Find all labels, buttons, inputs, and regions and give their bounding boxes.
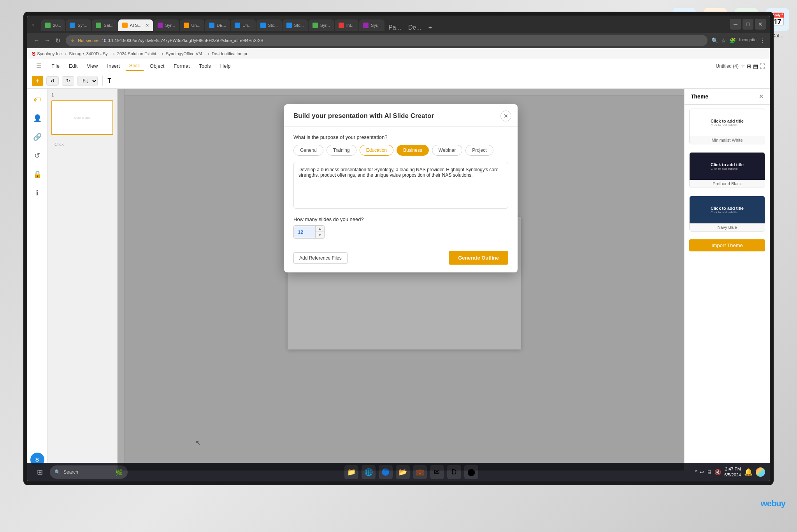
more-tabs-btn[interactable]: De...: [405, 24, 425, 31]
view-icon-2[interactable]: ▤: [753, 63, 758, 69]
sidebar-lock-icon[interactable]: 🔒: [30, 167, 44, 181]
restore-btn[interactable]: □: [743, 19, 753, 30]
theme-white-name: Minimalist White: [690, 136, 765, 144]
tab-label-1: Syr...: [77, 23, 87, 28]
tray-notification[interactable]: 🔔: [744, 468, 753, 476]
menu-object[interactable]: Object: [146, 61, 169, 70]
windows-start-btn[interactable]: ⊞: [32, 464, 47, 480]
breadcrumb-synology[interactable]: S Synology Inc.: [32, 51, 63, 57]
theme-option-black[interactable]: Click to add title Click to add subtitle…: [689, 152, 765, 188]
breadcrumb-storage[interactable]: Storage_3400D - Sy...: [69, 51, 111, 56]
undo-btn[interactable]: ↺: [46, 76, 59, 86]
sidebar-tag-icon[interactable]: 🏷: [30, 93, 44, 107]
sidebar-user-icon[interactable]: 👤: [30, 111, 44, 125]
breadcrumb-solution[interactable]: 2024 Solution Exhibi...: [117, 51, 160, 56]
menu-edit[interactable]: Edit: [65, 61, 81, 70]
tab-3-active[interactable]: AI S... ✕: [118, 19, 153, 31]
minimize-btn[interactable]: ─: [730, 19, 741, 30]
incognito-label: Incognito: [739, 37, 757, 44]
spinner-down-btn[interactable]: ▼: [316, 232, 324, 238]
tray-back[interactable]: ↩: [700, 469, 704, 475]
tab-label-5: Un...: [191, 23, 200, 28]
tab-11[interactable]: Int...: [335, 19, 358, 31]
screen: ⌄ 20... Syr... Sal...: [27, 16, 770, 481]
tab-business[interactable]: Business: [397, 145, 429, 156]
tab-education[interactable]: Education: [360, 145, 393, 156]
taskbar-search[interactable]: 🔍 Search 🌿: [50, 465, 128, 479]
theme-option-navy[interactable]: Click to add title Click to add subtitle…: [689, 196, 765, 232]
tray-chevron[interactable]: ^: [695, 469, 698, 475]
tab-general[interactable]: General: [293, 145, 323, 156]
sidebar-info-icon[interactable]: ℹ: [30, 186, 44, 200]
import-theme-btn[interactable]: Import Theme: [689, 239, 765, 251]
view-icon-3[interactable]: ⛶: [760, 63, 765, 69]
slide-footer-label: Click: [51, 139, 113, 150]
bookmark-icon[interactable]: ☆: [721, 37, 726, 44]
tab-7[interactable]: Un...: [231, 19, 255, 31]
zoom-icon: 🔍: [711, 37, 718, 44]
tab-label-8: Stc...: [268, 23, 278, 28]
tab-webinar[interactable]: Webinar: [432, 145, 462, 156]
tab-training[interactable]: Training: [327, 145, 356, 156]
new-tab-btn[interactable]: Pa...: [385, 24, 404, 31]
menu-slide[interactable]: Slide: [125, 61, 144, 71]
star-icon[interactable]: ☆: [741, 63, 745, 69]
slide-thumbnail-1[interactable]: Click to add: [51, 100, 113, 135]
theme-black-title: Click to add title: [711, 162, 744, 167]
sidebar-link-icon[interactable]: 🔗: [30, 130, 44, 144]
menu-help[interactable]: Help: [216, 61, 235, 70]
breadcrumb-vm[interactable]: SynologyOffice VM...: [166, 51, 206, 56]
extension-icon[interactable]: 🧩: [729, 37, 736, 44]
close-btn[interactable]: ✕: [755, 19, 766, 30]
tab-8[interactable]: Stc...: [256, 19, 282, 31]
menu-insert[interactable]: Insert: [103, 61, 124, 70]
dialog-close-btn[interactable]: ✕: [500, 111, 511, 121]
tab-5[interactable]: Un...: [180, 19, 204, 31]
add-btn[interactable]: +: [32, 76, 43, 86]
theme-panel-close[interactable]: ✕: [759, 93, 764, 100]
tab-label-9: Stc...: [294, 23, 304, 28]
toolbar-divider: [102, 76, 103, 86]
tab-2[interactable]: Sal...: [92, 19, 117, 31]
tab-6[interactable]: DE...: [205, 19, 230, 31]
slides-spinner[interactable]: 12 ▲ ▼: [293, 225, 325, 239]
view-icon-1[interactable]: ⊞: [747, 63, 751, 69]
theme-option-white[interactable]: Click to add title Click to add subtitle…: [689, 109, 765, 144]
tab-9[interactable]: Stc...: [283, 19, 308, 31]
menu-view[interactable]: View: [83, 61, 102, 70]
theme-navy-title: Click to add title: [711, 206, 744, 211]
spinner-up-btn[interactable]: ▲: [316, 226, 324, 232]
add-reference-btn[interactable]: Add Reference Files: [293, 252, 348, 264]
tab-close-3[interactable]: ✕: [146, 23, 149, 28]
tray-color[interactable]: [756, 467, 765, 477]
tray-desktop[interactable]: 🖥: [707, 469, 712, 475]
clock[interactable]: 2:47 PM 6/5/2024: [724, 466, 741, 478]
text-tool[interactable]: T: [107, 77, 111, 84]
tab-1[interactable]: Syr...: [66, 19, 91, 31]
menu-tools[interactable]: Tools: [195, 61, 215, 70]
breadcrumb-deident[interactable]: De-identification pr...: [212, 51, 251, 56]
menu-file[interactable]: File: [47, 61, 63, 70]
zoom-select[interactable]: Fit: [77, 76, 98, 86]
url-box[interactable]: ⚠ Not secure 10.0.1.194:5000/oo/r/yl0w5E…: [66, 35, 707, 46]
menu-format[interactable]: Format: [170, 61, 193, 70]
left-sidebar: 🏷 👤 🔗 ↺ 🔒 ℹ S: [27, 89, 47, 471]
tab-0[interactable]: 20...: [41, 19, 65, 31]
tray-mute[interactable]: 🔇: [714, 469, 721, 475]
tab-10[interactable]: Syr...: [309, 19, 334, 31]
sidebar-history-icon[interactable]: ↺: [30, 149, 44, 163]
refresh-btn[interactable]: ↻: [54, 35, 62, 46]
theme-panel: Theme ✕ Click to add title Click to add …: [684, 89, 770, 471]
hamburger-btn[interactable]: ☰: [32, 59, 46, 73]
back-btn[interactable]: ←: [32, 35, 41, 46]
add-tab-btn[interactable]: +: [425, 24, 435, 31]
generate-outline-btn[interactable]: Generate Outline: [449, 251, 508, 265]
redo-btn[interactable]: ↻: [62, 76, 74, 86]
tab-12[interactable]: Syr...: [359, 19, 384, 31]
description-textarea[interactable]: Develop a business presentation for Syno…: [293, 162, 508, 209]
forward-btn[interactable]: →: [43, 35, 52, 46]
tab-project[interactable]: Project: [465, 145, 493, 156]
tab-4[interactable]: Syr...: [154, 19, 179, 31]
purpose-tabs: General Training Education Business Webi…: [293, 145, 508, 156]
menu-icon[interactable]: ⋮: [760, 37, 765, 44]
